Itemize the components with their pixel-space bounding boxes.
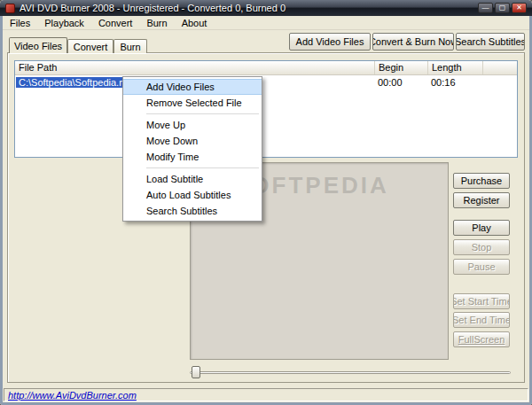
minimize-button[interactable]: —: [478, 3, 493, 13]
status-bar: http://www.AviDvdBurner.com: [3, 387, 529, 402]
begin-value: 00:00: [375, 77, 428, 88]
length-value: 00:16: [428, 77, 483, 88]
convert-burn-now-button[interactable]: Convert & Burn Now: [372, 33, 454, 51]
context-auto-load-subtitles[interactable]: Auto Load Subtitles: [123, 187, 262, 203]
app-icon: [5, 4, 15, 13]
menu-convert[interactable]: Convert: [91, 17, 140, 29]
status-cell: http://www.AviDvdBurner.com: [4, 388, 528, 401]
website-link[interactable]: http://www.AviDvdBurner.com: [8, 390, 137, 401]
menu-about[interactable]: About: [175, 17, 215, 29]
menu-burn[interactable]: Burn: [139, 17, 174, 29]
context-menu: Add Video Files Remove Selected File Mov…: [122, 76, 262, 222]
menu-separator: [146, 167, 259, 168]
menu-separator: [146, 113, 259, 114]
close-button[interactable]: ✕: [512, 3, 527, 13]
file-list-row[interactable]: C:\Softpedia\Softpedia.mpg 00:00 00:16: [15, 75, 517, 89]
add-video-files-button[interactable]: Add Video Files: [289, 33, 371, 51]
play-button[interactable]: Play: [453, 220, 510, 236]
seek-slider-thumb[interactable]: [192, 366, 200, 378]
column-file-path[interactable]: File Path: [15, 61, 375, 74]
tab-video-files[interactable]: Video Files: [9, 37, 67, 53]
set-end-time-button[interactable]: Set End Time: [453, 312, 510, 328]
context-load-subtitle[interactable]: Load Subtitle: [123, 171, 262, 187]
seek-slider[interactable]: [190, 365, 511, 379]
context-move-up[interactable]: Move Up: [123, 117, 262, 133]
context-move-down[interactable]: Move Down: [123, 133, 262, 149]
fullscreen-button[interactable]: FullScreen: [453, 331, 510, 347]
stop-button[interactable]: Stop: [453, 239, 510, 255]
menu-bar: Files Playback Convert Burn About: [3, 16, 529, 30]
window-title: AVI DVD Burner 2008 - Unregistered - Con…: [20, 3, 478, 13]
maximize-button[interactable]: ▢: [495, 3, 510, 13]
column-filler: [483, 61, 517, 74]
column-length[interactable]: Length: [428, 61, 483, 74]
tab-burn[interactable]: Burn: [113, 39, 147, 53]
column-begin[interactable]: Begin: [375, 61, 428, 74]
search-subtitles-button[interactable]: Search Subtitles: [456, 33, 525, 51]
set-start-time-button[interactable]: Set Start Time: [453, 293, 510, 309]
context-add-video-files[interactable]: Add Video Files: [123, 79, 262, 95]
menu-playback[interactable]: Playback: [37, 17, 91, 29]
context-remove-selected-file[interactable]: Remove Selected File: [123, 95, 262, 111]
context-modify-time[interactable]: Modify Time: [123, 149, 262, 165]
tab-convert[interactable]: Convert: [67, 39, 113, 53]
title-bar: AVI DVD Burner 2008 - Unregistered - Con…: [0, 0, 532, 16]
file-list[interactable]: File Path Begin Length C:\Softpedia\Soft…: [14, 60, 518, 158]
app-window: AVI DVD Burner 2008 - Unregistered - Con…: [0, 0, 532, 405]
register-button[interactable]: Register: [453, 192, 510, 208]
purchase-button[interactable]: Purchase: [453, 173, 510, 189]
context-search-subtitles[interactable]: Search Subtitles: [123, 203, 262, 219]
seek-slider-track: [190, 371, 511, 374]
file-list-header: File Path Begin Length: [15, 61, 517, 75]
menu-files[interactable]: Files: [3, 17, 37, 29]
pause-button[interactable]: Pause: [453, 259, 510, 275]
